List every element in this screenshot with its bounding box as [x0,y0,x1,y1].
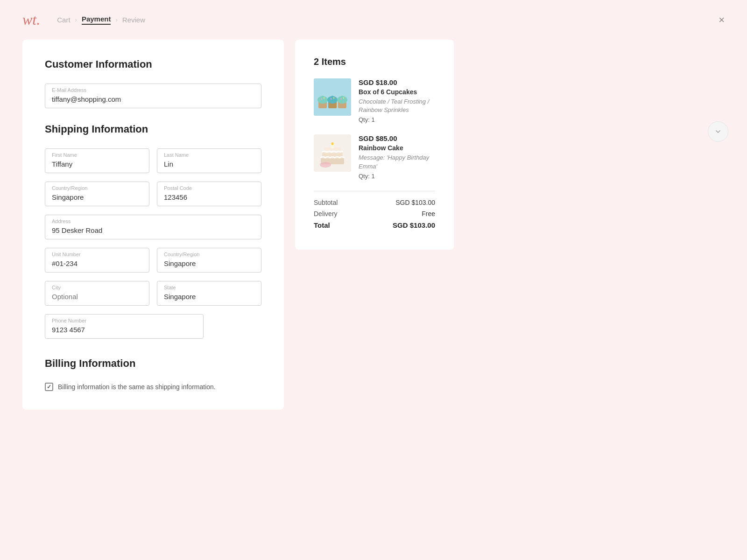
total-row: Total SGD $103.00 [314,221,435,229]
email-form-group: E-Mail Address [45,84,261,108]
address-wrapper: Address [45,215,261,239]
header-left: wt. Cart › Payment › Review [22,11,145,28]
right-panel: 2 Items [295,40,454,250]
scroll-button[interactable] [708,121,728,142]
cake-image [314,134,351,172]
address-label: Address [52,219,70,224]
city-input[interactable] [52,285,142,301]
billing-same-label: Billing information is the same as shipp… [58,383,216,391]
state-group: State [157,281,261,306]
cupcakes-details: SGD $18.00 Box of 6 Cupcakes Chocolate /… [359,78,435,123]
chevron-down-icon [714,128,722,135]
last-name-wrapper: Last Name [157,148,261,173]
subtotal-row: Subtotal SGD $103.00 [314,199,435,206]
subtotal-label: Subtotal [314,199,338,206]
name-row: First Name Last Name [45,148,261,173]
billing-same-as-shipping-row[interactable]: Billing information is the same as shipp… [45,383,261,391]
first-name-group: First Name [45,148,149,173]
billing-info-title: Billing Information [45,357,261,370]
main-layout: Customer Information E-Mail Address Ship… [0,40,747,432]
logo: wt. [22,11,40,28]
svg-point-10 [321,98,322,99]
country-group: Country/Region [45,182,149,206]
svg-point-12 [331,98,331,99]
cupcakes-variant: Chocolate / Teal Frosting / Rainbow Spri… [359,98,435,114]
left-panel: Customer Information E-Mail Address Ship… [22,40,284,410]
country-wrapper: Country/Region [45,182,149,206]
billing-information-section: Billing Information Billing information … [45,357,261,391]
city-wrapper: City [45,281,149,306]
close-button[interactable]: × [719,15,725,25]
unit-wrapper: Unit Number [45,248,149,273]
last-name-group: Last Name [157,148,261,173]
state-input[interactable] [164,285,254,301]
breadcrumb-sep-2: › [115,16,117,23]
svg-point-15 [343,98,344,98]
subtotal-value: SGD $103.00 [395,199,435,206]
country2-group: Country/Region [157,248,261,273]
cupcakes-qty: Qty: 1 [359,116,435,123]
cake-price: SGD $85.00 [359,134,435,142]
state-label: State [164,285,176,290]
order-summary-title: 2 Items [314,56,435,67]
postal-group: Postal Code [157,182,261,206]
email-field-wrapper: E-Mail Address [45,84,261,108]
customer-info-title: Customer Information [45,58,261,70]
breadcrumb-review[interactable]: Review [122,16,145,24]
cake-variant: Message: 'Happy Birthday Emma' [359,154,435,170]
postal-label: Postal Code [164,186,192,191]
country-postal-row: Country/Region Postal Code [45,182,261,206]
order-divider [314,191,435,191]
order-item-2: SGD $85.00 Rainbow Cake Message: 'Happy … [314,134,435,179]
breadcrumb-cart[interactable]: Cart [57,16,70,24]
breadcrumb-sep-1: › [75,16,77,23]
svg-point-14 [340,98,341,99]
shipping-info-title: Shipping Information [45,123,261,135]
country2-wrapper: Country/Region [157,248,261,273]
cupcakes-name: Box of 6 Cupcakes [359,88,435,96]
header: wt. Cart › Payment › Review × [0,0,747,40]
cupcakes-price: SGD $18.00 [359,78,435,86]
phone-label: Phone Number [52,318,86,323]
postal-wrapper: Postal Code [157,182,261,206]
address-input[interactable] [52,219,254,235]
last-name-label: Last Name [164,153,189,158]
email-label: E-Mail Address [52,88,86,93]
first-name-label: First Name [52,153,77,158]
breadcrumb-payment[interactable]: Payment [82,15,111,25]
city-group: City [45,281,149,306]
breadcrumb: Cart › Payment › Review [57,15,145,25]
city-label: City [52,285,61,290]
delivery-value: Free [422,210,435,217]
order-totals: Subtotal SGD $103.00 Delivery Free Total… [314,199,435,229]
unit-country2-row: Unit Number Country/Region [45,248,261,273]
order-item-1: SGD $18.00 Box of 6 Cupcakes Chocolate /… [314,78,435,123]
country-label: Country/Region [52,186,87,191]
unit-label: Unit Number [52,252,81,257]
first-name-wrapper: First Name [45,148,149,173]
cake-qty: Qty: 1 [359,173,435,180]
cake-details: SGD $85.00 Rainbow Cake Message: 'Happy … [359,134,435,179]
customer-information-section: Customer Information E-Mail Address [45,58,261,108]
cake-name: Rainbow Cake [359,144,435,152]
phone-form-group: Phone Number [45,314,204,339]
svg-point-13 [333,98,334,98]
address-form-group: Address [45,215,261,239]
total-label: Total [314,221,330,229]
delivery-label: Delivery [314,210,338,217]
phone-wrapper: Phone Number [45,314,204,339]
delivery-row: Delivery Free [314,210,435,217]
country2-label: Country/Region [164,252,199,257]
unit-group: Unit Number [45,248,149,273]
city-state-row: City State [45,281,261,306]
svg-point-20 [320,162,331,168]
billing-same-checkbox[interactable] [45,383,53,391]
state-wrapper: State [157,281,261,306]
total-value: SGD $103.00 [393,221,435,229]
svg-point-22 [331,142,334,145]
shipping-information-section: Shipping Information First Name Last Nam… [45,123,261,339]
svg-point-11 [324,98,324,98]
cupcakes-image [314,78,351,116]
